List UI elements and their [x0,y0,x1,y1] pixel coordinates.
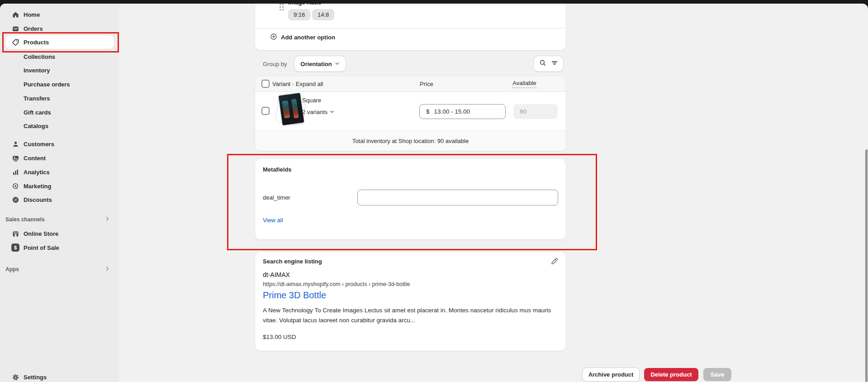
sidebar-item-transfers[interactable]: Transfers [5,91,114,105]
chevron-down-icon [335,61,340,67]
sidebar-section-sales-channels[interactable]: Sales channels [5,213,114,226]
seo-price: $13.00 USD [263,334,296,340]
seo-card: Search engine listing dt-AIMAX https://d… [255,252,566,351]
sidebar-item-inventory[interactable]: Inventory [5,63,114,77]
sidebar-item-discounts[interactable]: Discounts [5,193,114,206]
metafield-value-input[interactable] [357,190,558,205]
sidebar-item-label: Transfers [24,95,50,102]
metafields-title: Metafields [263,166,292,173]
seo-title: Search engine listing [263,258,322,265]
content-icon [11,153,20,162]
available-column-header[interactable]: Available [512,80,536,88]
option-value-chip: 9:16 [288,9,310,20]
vertical-scrollbar[interactable] [865,149,868,382]
analytics-icon [11,167,20,177]
currency-prefix: $ [426,108,430,115]
section-label: Apps [5,266,19,272]
sidebar-item-label: Marketing [24,183,51,190]
sidebar-item-analytics[interactable]: Analytics [5,165,114,179]
sidebar-item-label: Gift cards [24,109,51,116]
variant-column-header[interactable]: Variant · Expand all [272,81,323,87]
sidebar-item-label: Home [24,11,40,18]
marketing-icon [11,181,20,191]
home-icon [11,10,20,19]
group-by-selected-value: Orientation [300,61,332,67]
price-range-input[interactable]: $ 13.00 - 15.00 [419,104,506,119]
metafield-key-label: deal_timer [263,194,290,201]
variant-count-label: 2 variants [302,109,327,115]
search-icon [539,59,546,68]
variant-expand-toggle[interactable]: 2 variants [302,109,334,115]
archive-product-button[interactable]: Archive product [583,368,639,381]
save-button[interactable]: Save [703,368,731,381]
sidebar-item-label: Collections [24,53,55,60]
variant-table-card: Variant · Expand all Price Available Squ… [255,76,566,151]
available-quantity-value: 90 [520,108,526,115]
available-quantity-input[interactable]: 90 [513,104,558,119]
sidebar-item-label: Products [24,39,49,46]
metafields-card: Metafields deal_timer View all [255,159,566,239]
edit-seo-button[interactable] [549,257,560,267]
sidebar-item-catalogs[interactable]: Catalogs [5,119,114,133]
sidebar-item-label: Online Store [24,230,58,237]
sidebar-item-label: Catalogs [24,123,48,129]
sidebar-item-label: Customers [24,141,54,148]
delete-product-button[interactable]: Delete product [644,368,698,381]
variant-name: Square [302,97,321,104]
search-filter-button[interactable] [534,56,563,72]
pos-icon: $ [11,243,20,252]
option-value-chip: 14:8 [312,9,334,20]
sidebar-item-orders[interactable]: Orders [5,22,114,35]
sidebar-item-customers[interactable]: Customers [5,137,114,151]
sidebar-item-gift-cards[interactable]: Gift cards [5,105,114,119]
sidebar-item-purchase-orders[interactable]: Purchase orders [5,77,114,91]
section-label: Sales channels [5,216,45,223]
orders-icon [11,24,20,33]
sidebar-item-collections[interactable]: Collections [5,50,114,63]
top-bar [0,0,868,4]
sidebar-item-label: Purchase orders [24,81,70,88]
sidebar-item-label: Inventory [24,67,50,74]
add-another-option-button[interactable]: Add another option [270,33,335,42]
add-another-option-label: Add another option [281,34,335,41]
sidebar-item-settings[interactable]: Settings [5,370,114,382]
gear-icon [11,372,20,382]
seo-site-name: dt-AIMAX [263,271,290,278]
plus-circle-icon [270,33,277,42]
seo-description: A New Technology To Create Images Lectus… [263,306,558,326]
seo-page-title-link[interactable]: Prime 3D Bottle [263,290,326,301]
pencil-icon [550,258,558,267]
inventory-summary: Total inventory at Shop location: 90 ava… [255,130,566,151]
product-image [279,93,304,125]
group-by-dropdown[interactable]: Orientation [294,56,346,72]
variant-row-checkbox[interactable] [261,107,270,115]
sidebar-item-content[interactable]: Content [5,151,114,165]
options-card: Image Ratio 9:16 14:8 Add another option [255,0,566,50]
seo-breadcrumb-url: https://dt-aimax.myshopify.com › product… [263,281,410,287]
storefront-icon [11,229,20,238]
sidebar-item-label: Point of Sale [24,244,59,251]
group-by-label: Group by [263,61,287,67]
drag-handle-icon[interactable] [280,4,281,5]
sidebar-item-label: Discounts [24,196,52,203]
variant-table-header: Variant · Expand all Price Available [255,76,566,92]
sidebar-item-label: Analytics [24,169,50,176]
chevron-right-icon [104,216,110,223]
sidebar-item-home[interactable]: Home [5,8,114,21]
discount-icon [11,195,20,204]
divider [255,28,566,29]
sidebar-item-point-of-sale[interactable]: $ Point of Sale [5,241,114,254]
sidebar-item-label: Orders [24,25,43,32]
sidebar-item-label: Settings [24,374,47,381]
sidebar-item-marketing[interactable]: Marketing [5,179,114,193]
price-column-header: Price [420,81,433,87]
sidebar-item-online-store[interactable]: Online Store [5,227,114,240]
sidebar-item-label: Content [24,155,46,162]
select-all-checkbox[interactable] [261,80,270,88]
sidebar-item-products[interactable]: Products [5,35,114,49]
view-all-link[interactable]: View all [263,217,283,224]
sidebar-section-apps[interactable]: Apps [5,263,114,276]
tag-icon [11,38,20,47]
chevron-right-icon [104,266,110,273]
customers-icon [11,139,20,148]
